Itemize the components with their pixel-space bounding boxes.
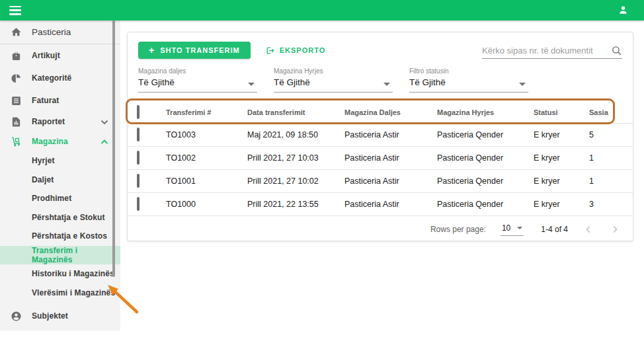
- table-row[interactable]: TO1000 Prill 2021, 22 13:55 Pasticeria A…: [128, 193, 633, 216]
- sidebar-item-daljet[interactable]: Daljet: [0, 171, 120, 190]
- receipt-icon: [0, 95, 32, 106]
- search-box: [482, 43, 622, 59]
- table-header: Transferimi # Data transferimit Magazina…: [128, 101, 633, 124]
- sidebar-item-transferim-magazines[interactable]: Transferim i Magazinës: [0, 246, 120, 265]
- menu-icon[interactable]: [9, 6, 21, 15]
- previous-page-button[interactable]: [583, 223, 594, 235]
- sidebar-item-pershtatja-kostos[interactable]: Përshtatja e Kostos: [0, 227, 120, 246]
- select-all-checkbox[interactable]: [137, 105, 140, 119]
- search-icon[interactable]: [611, 45, 622, 56]
- dropdown-caret-icon: [517, 227, 522, 229]
- sidebar-item-raportet[interactable]: Raportet: [0, 112, 120, 132]
- dropdown-caret-icon: [519, 83, 526, 86]
- sidebar-item-hyrjet[interactable]: Hyrjet: [0, 151, 120, 171]
- plus-icon: +: [149, 45, 155, 56]
- sidebar-item-prodhimet[interactable]: Prodhimet: [0, 189, 120, 208]
- search-input[interactable]: [482, 46, 608, 56]
- main-content: + SHTO TRANSFERIM EKSPORTO Magazina dalj…: [120, 20, 644, 349]
- user-icon[interactable]: [617, 4, 629, 17]
- chevron-down-icon: [101, 116, 108, 128]
- pie-chart-icon: [0, 73, 32, 84]
- sidebar-item-magazina[interactable]: Magazina: [0, 132, 120, 151]
- sidebar-item-historiku-magazines[interactable]: Historiku i Magazinës: [0, 264, 120, 284]
- sidebar-item-artikujt[interactable]: Artikujt: [0, 44, 120, 67]
- row-checkbox[interactable]: [137, 174, 140, 188]
- filter-magazina-hyrjes[interactable]: Magazina Hyrjes Të Gjithë: [274, 67, 393, 93]
- topbar: [0, 0, 644, 20]
- chevron-up-icon: [101, 136, 108, 147]
- sidebar-item-kategorite[interactable]: Kategoritë: [0, 67, 120, 89]
- filter-statusi[interactable]: Filtro statusin Të Gjithë: [409, 67, 528, 93]
- add-transfer-label: SHTO TRANSFERIM: [160, 46, 240, 54]
- dropdown-caret-icon: [383, 83, 390, 86]
- dropdown-caret-icon: [248, 83, 255, 86]
- rows-per-page-select[interactable]: 10: [501, 222, 524, 236]
- sidebar-header[interactable]: Pasticeria: [0, 20, 120, 44]
- row-checkbox[interactable]: [137, 128, 140, 141]
- table-row[interactable]: TO1001 Prill 2021, 27 10:02 Pasticeria A…: [128, 170, 633, 193]
- add-transfer-button[interactable]: + SHTO TRANSFERIM: [138, 42, 251, 59]
- sidebar-scrollbar[interactable]: [112, 20, 115, 277]
- export-label: EKSPORTO: [280, 46, 326, 54]
- dolly-icon: [0, 136, 32, 147]
- sidebar-item-faturat[interactable]: Faturat: [0, 89, 120, 112]
- sidebar: Pasticeria Artikujt Kategoritë Faturat: [0, 20, 120, 330]
- export-icon: [265, 46, 275, 56]
- filters-row: Magazina daljes Të Gjithë Magazina Hyrje…: [138, 67, 622, 93]
- filter-magazina-daljes[interactable]: Magazina daljes Të Gjithë: [138, 67, 257, 93]
- sidebar-item-pershtatja-stokut[interactable]: Përshtatja e Stokut: [0, 208, 120, 227]
- sidebar-item-subjektet[interactable]: Subjektet: [0, 305, 120, 327]
- sidebar-item-vleresimi-magazines[interactable]: Vlerësimi i Magazinës: [0, 284, 120, 303]
- row-checkbox[interactable]: [137, 197, 140, 211]
- bag-icon: [0, 50, 32, 61]
- app-root: Pasticeria Artikujt Kategoritë Faturat: [0, 0, 644, 349]
- rows-per-page-label: Rows per page:: [430, 225, 486, 234]
- table-row[interactable]: TO1003 Maj 2021, 09 18:50 Pasticeria Ast…: [128, 124, 633, 147]
- row-checkbox[interactable]: [137, 151, 140, 165]
- home-icon: [0, 26, 32, 38]
- pagination: Rows per page: 10 1-4 of 4: [128, 216, 633, 242]
- sidebar-header-label: Pasticeria: [32, 27, 71, 37]
- report-icon: [0, 116, 32, 128]
- next-page-button[interactable]: [609, 223, 621, 235]
- pagination-range: 1-4 of 4: [541, 225, 568, 234]
- export-button[interactable]: EKSPORTO: [265, 46, 326, 56]
- transfers-card: + SHTO TRANSFERIM EKSPORTO Magazina dalj…: [127, 32, 633, 241]
- person-circle-icon: [0, 311, 32, 322]
- table-row[interactable]: TO1002 Prill 2021, 27 10:03 Pasticeria A…: [128, 147, 633, 170]
